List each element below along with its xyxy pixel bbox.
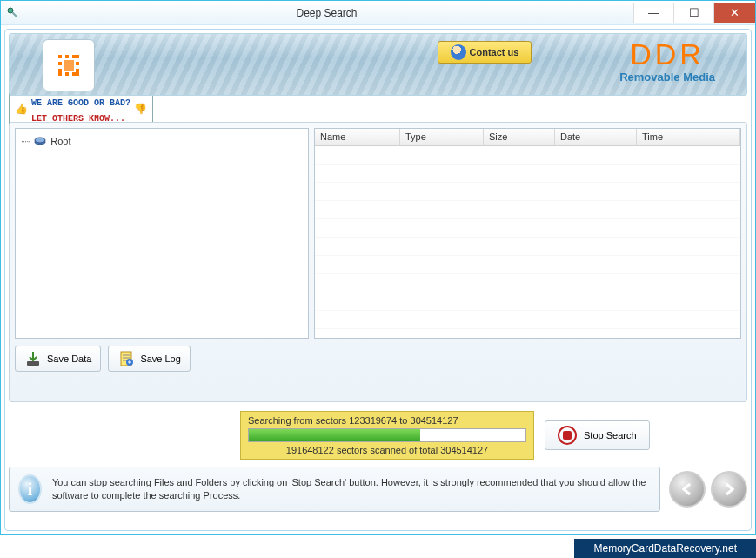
footer-link[interactable]: MemoryCardDataRecovery.net xyxy=(574,539,756,558)
stop-icon xyxy=(558,426,577,445)
drive-icon xyxy=(33,134,47,148)
chevron-right-icon xyxy=(721,481,737,497)
svg-rect-10 xyxy=(58,72,62,76)
logo-icon xyxy=(51,48,86,83)
save-data-button[interactable]: Save Data xyxy=(15,346,101,372)
svg-rect-4 xyxy=(72,55,76,58)
product-logo xyxy=(43,39,95,91)
promo-bar: 👍 WE ARE GOOD OR BAD? LET OTHERS KNOW...… xyxy=(9,99,747,118)
avatar-icon xyxy=(451,44,466,60)
chevron-left-icon xyxy=(679,481,695,497)
progress-bar-fill xyxy=(249,429,420,441)
stop-search-button[interactable]: Stop Search xyxy=(545,420,650,450)
thumbs-down-icon: 👎 xyxy=(134,103,147,115)
svg-rect-1 xyxy=(12,11,17,17)
svg-point-0 xyxy=(8,8,13,13)
svg-rect-8 xyxy=(58,69,62,72)
save-log-button[interactable]: Save Log xyxy=(108,346,190,372)
next-button[interactable] xyxy=(711,471,747,508)
col-time[interactable]: Time xyxy=(637,129,740,145)
svg-rect-17 xyxy=(27,361,39,366)
app-icon xyxy=(6,6,20,20)
svg-rect-14 xyxy=(64,60,74,71)
stop-search-label: Stop Search xyxy=(584,430,637,440)
tree-root-label: Root xyxy=(50,136,70,146)
save-button-row: Save Data Save Log xyxy=(15,346,741,372)
progress-panel: Searching from sectors 123319674 to 3045… xyxy=(240,411,534,460)
progress-sectors-line: Searching from sectors 123319674 to 3045… xyxy=(248,415,526,426)
info-icon: i xyxy=(18,474,42,504)
minimize-button[interactable]: — xyxy=(633,3,673,23)
hint-box: i You can stop searching Files and Folde… xyxy=(9,467,660,512)
brand-sub: Removable Media xyxy=(619,71,715,84)
save-log-label: Save Log xyxy=(140,353,180,364)
col-type[interactable]: Type xyxy=(400,129,484,145)
save-data-label: Save Data xyxy=(47,353,91,364)
svg-rect-12 xyxy=(72,72,76,76)
progress-row: Searching from sectors 123319674 to 3045… xyxy=(9,411,747,460)
svg-rect-9 xyxy=(76,69,79,72)
hint-text: You can stop searching Files and Folders… xyxy=(52,476,651,503)
svg-rect-2 xyxy=(58,55,62,58)
svg-rect-5 xyxy=(76,55,79,58)
svg-rect-6 xyxy=(58,62,62,65)
svg-rect-7 xyxy=(76,62,79,65)
tree-connector: ····· xyxy=(21,136,30,146)
contact-us-button[interactable]: Contact us xyxy=(438,41,532,64)
promo-line1: WE ARE GOOD OR BAD? xyxy=(31,98,130,108)
titlebar: Deep Search — ☐ ✕ xyxy=(1,1,755,25)
svg-rect-3 xyxy=(65,55,69,58)
col-size[interactable]: Size xyxy=(484,129,555,145)
tree-root-item[interactable]: ····· Root xyxy=(21,134,303,148)
save-data-icon xyxy=(24,350,42,367)
brand-main: DDR xyxy=(619,39,715,69)
window-title: Deep Search xyxy=(20,7,633,19)
svg-rect-11 xyxy=(65,72,69,76)
save-log-icon xyxy=(117,350,135,367)
progress-status-line: 191648122 sectors scanned of total 30451… xyxy=(248,445,526,455)
client-area: Contact us DDR Removable Media 👍 WE ARE … xyxy=(4,29,752,531)
svg-rect-13 xyxy=(76,72,79,76)
col-name[interactable]: Name xyxy=(315,129,400,145)
nav-buttons xyxy=(669,471,747,508)
window-controls: — ☐ ✕ xyxy=(633,3,755,23)
hint-row: i You can stop searching Files and Folde… xyxy=(9,467,747,512)
back-button[interactable] xyxy=(669,471,706,508)
header-banner: Contact us DDR Removable Media xyxy=(9,33,747,96)
grid-body[interactable] xyxy=(315,146,740,338)
brand-block: DDR Removable Media xyxy=(619,39,715,84)
close-button[interactable]: ✕ xyxy=(713,3,755,23)
col-date[interactable]: Date xyxy=(555,129,637,145)
contact-us-label: Contact us xyxy=(470,47,519,57)
tree-panel[interactable]: ····· Root xyxy=(15,128,309,339)
work-area: ····· Root Name Type Size Date Time xyxy=(9,122,747,402)
svg-point-16 xyxy=(35,138,45,143)
grid-header: Name Type Size Date Time xyxy=(315,129,740,146)
feedback-promo[interactable]: 👍 WE ARE GOOD OR BAD? LET OTHERS KNOW...… xyxy=(9,91,153,126)
window-frame: Deep Search — ☐ ✕ Contact us DDR Removab… xyxy=(0,0,756,535)
maximize-button[interactable]: ☐ xyxy=(673,3,713,23)
results-grid[interactable]: Name Type Size Date Time xyxy=(314,128,741,339)
thumbs-up-icon: 👍 xyxy=(15,103,28,115)
progress-bar xyxy=(248,428,526,442)
